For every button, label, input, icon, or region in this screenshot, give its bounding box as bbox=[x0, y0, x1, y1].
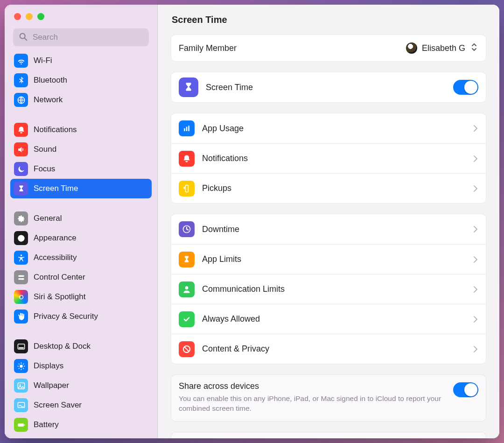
sidebar-item-siri-spotlight[interactable]: Siri & Spotlight bbox=[10, 287, 152, 307]
nosign-icon bbox=[179, 341, 195, 357]
sidebar-item-accessibility[interactable]: Accessibility bbox=[10, 248, 152, 267]
sidebar-item-label: General bbox=[34, 214, 62, 223]
search-input[interactable] bbox=[13, 28, 149, 46]
accessibility-icon bbox=[14, 251, 28, 265]
sidebar-item-label: Control Center bbox=[34, 273, 85, 282]
sidebar-item-label: Appearance bbox=[34, 233, 77, 243]
chevron-right-icon bbox=[473, 255, 478, 264]
usage-row-app-usage[interactable]: App Usage bbox=[171, 113, 486, 143]
sidebar-item-label: Displays bbox=[34, 361, 63, 371]
passcode-row: Use Screen Time Passcode bbox=[171, 432, 486, 438]
screen-time-label: Screen Time bbox=[206, 83, 253, 92]
avatar bbox=[406, 42, 417, 54]
clock-icon bbox=[179, 221, 195, 237]
sidebar-item-sound[interactable]: Sound bbox=[10, 140, 152, 159]
screensaver-icon bbox=[14, 398, 28, 412]
titlebar: Screen Time bbox=[158, 5, 499, 35]
limits-row-content-privacy[interactable]: Content & Privacy bbox=[171, 334, 486, 364]
chevron-right-icon bbox=[473, 225, 478, 233]
check-icon bbox=[179, 311, 195, 327]
sidebar-item-general[interactable]: General bbox=[10, 209, 152, 228]
sidebar-item-screen-time[interactable]: Screen Time bbox=[10, 179, 152, 198]
bell-icon bbox=[179, 151, 195, 167]
share-devices-title: Share across devices bbox=[179, 381, 444, 391]
content-scroll[interactable]: Family Member Elisabeth G S bbox=[158, 35, 499, 438]
row-label: Always Allowed bbox=[202, 314, 260, 324]
chevron-right-icon bbox=[473, 184, 478, 193]
row-label: Content & Privacy bbox=[202, 344, 269, 354]
window-controls bbox=[5, 5, 157, 20]
passcode-card: Use Screen Time Passcode bbox=[171, 432, 486, 438]
moon-icon bbox=[14, 162, 28, 176]
bell-icon bbox=[14, 123, 28, 137]
sidebar-item-notifications[interactable]: Notifications bbox=[10, 120, 152, 140]
row-label: Notifications bbox=[202, 154, 248, 163]
hand-icon bbox=[14, 309, 28, 323]
row-label: App Usage bbox=[202, 124, 244, 134]
sun-icon bbox=[14, 359, 28, 373]
sidebar-item-label: Screen Time bbox=[34, 184, 78, 193]
family-member-row[interactable]: Family Member Elisabeth G bbox=[171, 35, 486, 61]
share-devices-toggle[interactable] bbox=[453, 382, 478, 397]
share-devices-desc: You can enable this on any iPhone, iPad,… bbox=[179, 394, 444, 414]
sidebar: Wi-FiBluetoothNetworkNotificationsSoundF… bbox=[5, 5, 158, 438]
sidebar-item-bluetooth[interactable]: Bluetooth bbox=[10, 70, 152, 90]
speaker-icon bbox=[14, 142, 28, 156]
sidebar-item-label: Network bbox=[34, 95, 63, 105]
chart-icon bbox=[179, 120, 195, 136]
sidebar-item-battery[interactable]: Battery bbox=[10, 415, 152, 435]
sidebar-item-privacy-security[interactable]: Privacy & Security bbox=[10, 307, 152, 326]
usage-row-pickups[interactable]: Pickups bbox=[171, 173, 486, 203]
row-label: Communication Limits bbox=[202, 284, 285, 294]
chevron-right-icon bbox=[473, 345, 478, 353]
sidebar-item-desktop-dock[interactable]: Desktop & Dock bbox=[10, 337, 152, 356]
chevron-right-icon bbox=[473, 124, 478, 133]
globe-icon bbox=[14, 93, 28, 107]
limits-row-communication-limits[interactable]: Communication Limits bbox=[171, 274, 486, 304]
sidebar-item-wallpaper[interactable]: Wallpaper bbox=[10, 376, 152, 395]
sidebar-item-network[interactable]: Network bbox=[10, 90, 152, 110]
sidebar-item-wi-fi[interactable]: Wi-Fi bbox=[10, 51, 152, 70]
row-label: Downtime bbox=[202, 225, 239, 234]
battery-icon bbox=[14, 418, 28, 432]
sidebar-item-displays[interactable]: Displays bbox=[10, 356, 152, 376]
hourglass-icon bbox=[179, 252, 195, 267]
close-window-button[interactable] bbox=[14, 13, 21, 20]
chevron-right-icon bbox=[473, 155, 478, 163]
settings-window: Wi-FiBluetoothNetworkNotificationsSoundF… bbox=[5, 5, 499, 438]
sidebar-item-label: Bluetooth bbox=[34, 76, 67, 85]
sidebar-list[interactable]: Wi-FiBluetoothNetworkNotificationsSoundF… bbox=[5, 51, 157, 438]
wallpaper-icon bbox=[14, 379, 28, 393]
sidebar-item-label: Screen Saver bbox=[34, 401, 82, 410]
sidebar-item-label: Desktop & Dock bbox=[34, 342, 91, 351]
person-icon bbox=[179, 281, 195, 297]
chevron-right-icon bbox=[473, 315, 478, 323]
chevron-right-icon bbox=[473, 285, 478, 294]
family-member-name: Elisabeth G bbox=[422, 43, 465, 53]
sidebar-item-label: Accessibility bbox=[34, 253, 77, 262]
zoom-window-button[interactable] bbox=[37, 13, 44, 20]
screen-time-toggle[interactable] bbox=[453, 80, 478, 95]
sidebar-item-screen-saver[interactable]: Screen Saver bbox=[10, 395, 152, 415]
sidebar-item-appearance[interactable]: Appearance bbox=[10, 228, 152, 248]
share-devices-row: Share across devices You can enable this… bbox=[171, 375, 486, 421]
appearance-icon bbox=[14, 231, 28, 245]
page-title: Screen Time bbox=[172, 14, 227, 25]
sidebar-item-control-center[interactable]: Control Center bbox=[10, 267, 152, 287]
gear-icon bbox=[14, 211, 28, 225]
limits-row-downtime[interactable]: Downtime bbox=[171, 214, 486, 244]
wifi-icon bbox=[14, 54, 28, 68]
sliders-icon bbox=[14, 270, 28, 284]
minimize-window-button[interactable] bbox=[26, 13, 33, 20]
limits-row-always-allowed[interactable]: Always Allowed bbox=[171, 304, 486, 334]
sidebar-item-focus[interactable]: Focus bbox=[10, 159, 152, 179]
main-content: Screen Time Family Member Elisabeth G bbox=[158, 5, 499, 438]
usage-card: App UsageNotificationsPickups bbox=[171, 113, 486, 204]
limits-row-app-limits[interactable]: App Limits bbox=[171, 244, 486, 274]
bluetooth-icon bbox=[14, 73, 28, 87]
share-devices-card: Share across devices You can enable this… bbox=[171, 374, 486, 422]
usage-row-notifications[interactable]: Notifications bbox=[171, 143, 486, 173]
family-member-label: Family Member bbox=[179, 43, 237, 53]
sidebar-item-label: Focus bbox=[34, 164, 55, 174]
siri-icon bbox=[14, 290, 28, 304]
